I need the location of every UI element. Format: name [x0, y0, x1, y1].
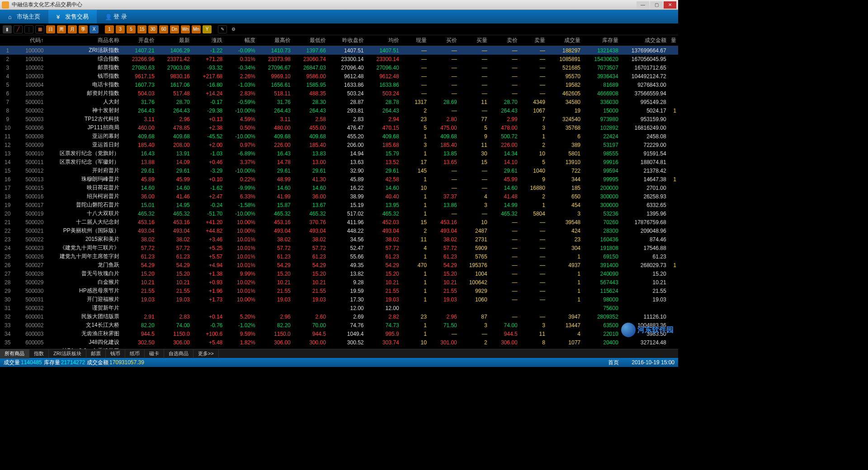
cell: 15.79 [366, 149, 401, 158]
edit-icon[interactable]: ✎ [218, 25, 227, 33]
bottom-tab-4[interactable]: 钱币 [106, 349, 125, 358]
bottom-tab-6[interactable]: 磁卡 [145, 349, 164, 358]
table-row[interactable]: 12500009亚运首日封185.40208.00+2.000.97%226.0… [0, 141, 678, 149]
bottom-tab-0[interactable]: 所有商品 [0, 349, 29, 358]
period-x-button[interactable]: X [90, 25, 99, 33]
bottom-tab-1[interactable]: 指数 [29, 349, 49, 358]
table-row[interactable]: 29500030HP感恩母亲节片21.5521.55+1.9610.01%21.… [0, 287, 678, 295]
period-dn-button[interactable]: Dn [170, 25, 179, 33]
bottom-tab-7[interactable]: 自选商品 [164, 349, 193, 358]
period-1-button[interactable]: 1 [105, 25, 114, 33]
bottom-tab-8[interactable]: 更多>> [193, 349, 219, 358]
table-row[interactable]: 2100001综合指数23266.9623371.42+71.280.31%23… [0, 55, 678, 63]
table-row[interactable]: 32600001民族大团结版票2.912.83+0.145.20%2.962.6… [0, 312, 678, 321]
table-row[interactable]: 26500027龙门鱼跃54.2954.29+4.9410.01%54.2954… [0, 261, 678, 269]
table-row[interactable]: 31500032谨贺新年片12.0012.0075600 [0, 304, 678, 312]
col-header-3[interactable]: 开盘价 [121, 35, 156, 46]
col-header-18[interactable]: 成交金额 [620, 35, 668, 46]
bottom-tab-3[interactable]: 邮票 [86, 349, 106, 358]
period-week-button[interactable]: 周 [57, 25, 66, 33]
col-header-0[interactable] [0, 35, 15, 46]
table-row[interactable]: 20500019十八大双联片465.32465.32-51.70-10.00%4… [0, 209, 678, 218]
cell: 邮票指数 [45, 63, 121, 72]
maximize-button[interactable]: ▢ [650, 1, 663, 9]
period-5-button[interactable]: 5 [127, 25, 136, 33]
table-row[interactable]: 21500020十二届人大纪念封453.16453.16+41.2010.00%… [0, 218, 678, 226]
table-row[interactable]: 27500028普无号玫瑰白片15.2015.20+1.389.99%15.20… [0, 269, 678, 278]
col-header-10[interactable]: 均价 [366, 35, 401, 46]
table-row[interactable]: 4100003钱币指数9617.159830.16+217.682.26%996… [0, 72, 678, 80]
col-header-17[interactable]: 库存量 [582, 35, 620, 46]
col-header-12[interactable]: 买价 [429, 35, 459, 46]
period-3-button[interactable]: 3 [116, 25, 125, 33]
col-header-16[interactable]: 成交量 [547, 35, 582, 46]
table-row[interactable]: 15500012开封府普片29.6129.61-3.29-10.00%29.61… [0, 166, 678, 175]
col-header-15[interactable]: 卖量 [519, 35, 547, 46]
table-row[interactable]: 30500031开门迎福猴片19.0319.03+1.7310.00%19.03… [0, 295, 678, 304]
chart-candle-icon[interactable]: ⋮ [24, 25, 33, 33]
chart-line-icon[interactable]: ╱ [14, 25, 23, 33]
cell: 15.19 [328, 201, 366, 209]
col-header-7[interactable]: 最高价 [257, 35, 292, 46]
cell: 建党九十周年主席签字封 [45, 252, 121, 261]
table-row[interactable]: 33600002文14长江大桥82.2074.00-0.76-1.02%82.2… [0, 321, 678, 329]
nav-item-2[interactable]: 👤登 录 [97, 10, 135, 24]
col-header-13[interactable]: 买量 [459, 35, 489, 46]
table-row[interactable]: 36600006特74（8-2）向雷锋学习154680.0154680.0+18… [0, 347, 678, 349]
period-60-button[interactable]: 60 [159, 25, 168, 33]
col-header-5[interactable]: 涨跌 [192, 35, 224, 46]
table-row[interactable]: 35600005J48四化建设302.50306.00+5.481.82%306… [0, 338, 678, 347]
cell: 45.99 [489, 175, 519, 183]
col-header-14[interactable]: 卖价 [489, 35, 519, 46]
table-row[interactable]: 5100004电话卡指数1607.731617.06-16.80-1.03%16… [0, 80, 678, 89]
table-row[interactable]: 24500023《建党九十周年三联片》57.7257.72+5.2510.01%… [0, 244, 678, 252]
col-header-8[interactable]: 最低价 [292, 35, 328, 46]
col-header-19[interactable]: 量 [668, 35, 678, 46]
period-mn-button[interactable]: Mn [192, 25, 201, 33]
period-season-button[interactable]: 季 [79, 25, 88, 33]
cell: — [429, 166, 459, 175]
col-header-1[interactable]: 代码↑ [15, 35, 45, 46]
table-row[interactable]: 25500026建党九十周年主席签字封61.2361.23+5.5710.01%… [0, 252, 678, 261]
nav-item-0[interactable]: ⌂市场主页 [0, 10, 48, 24]
table-row[interactable]: 16500013珠穆朗玛峰普片45.8945.99+0.100.22%48.99… [0, 175, 678, 183]
col-header-2[interactable]: 商品名称 [45, 35, 121, 46]
gear-icon[interactable]: ⚙ [229, 25, 238, 33]
table-row[interactable]: 10500006JP111招商局460.00478.85+2.380.50%48… [0, 123, 678, 132]
table-row[interactable]: 34600003无齿渔庄秋霁图944.51150.0+100.69.59%115… [0, 329, 678, 338]
col-header-9[interactable]: 昨收盘价 [328, 35, 366, 46]
table-row[interactable]: 7500001人大封31.7628.70-0.17-0.59%31.7628.3… [0, 98, 678, 106]
chart-grid-icon[interactable]: ▦ [35, 25, 44, 33]
table-row[interactable]: 14500011区票发行纪念（军徽封）13.8814.09+0.463.37%1… [0, 158, 678, 166]
col-header-6[interactable]: 幅度 [224, 35, 257, 46]
table-row[interactable]: 9500003TP12古代科技3.112.96+0.134.59%3.112.5… [0, 115, 678, 123]
period-15-button[interactable]: 15 [137, 25, 146, 33]
bottom-tab-2[interactable]: ZRI活跃板块 [49, 349, 86, 358]
table-row[interactable]: 28500029白金猴片10.2110.21+0.9310.02%10.2110… [0, 278, 678, 287]
period-30-button[interactable]: 30 [148, 25, 157, 33]
col-header-11[interactable]: 现量 [401, 35, 429, 46]
cell: — [489, 278, 519, 287]
table-row[interactable]: 17500015映日荷花普片14.6014.60-1.62-9.99%14.60… [0, 183, 678, 192]
status-extra[interactable]: 首页 [608, 359, 619, 367]
period-wn-button[interactable]: Wn [181, 25, 190, 33]
close-button[interactable]: ✕ [664, 1, 676, 9]
bottom-tab-5[interactable]: 纸币 [125, 349, 145, 358]
table-row[interactable]: 8500002神十发射封264.43264.43-29.38-10.00%264… [0, 106, 678, 115]
table-row[interactable]: 11500008亚运闭幕封409.68409.68-45.52-10.00%40… [0, 132, 678, 141]
col-header-4[interactable]: 最新 [156, 35, 192, 46]
period-month-button[interactable]: 月 [68, 25, 77, 33]
table-row[interactable]: 18500016绍兴柯岩普片36.0041.46+2.476.33%41.993… [0, 192, 678, 201]
chart-bar-icon[interactable]: ▮ [3, 25, 12, 33]
table-row[interactable]: 22500021PP美丽杭州（国际版）493.04493.04+44.8210.… [0, 226, 678, 235]
table-row[interactable]: 1100000ZRI活跃指数1407.211406.29-1.22-0.09%1… [0, 46, 678, 55]
period-y-button[interactable]: Y [203, 25, 212, 33]
table-row[interactable]: 3100002邮票指数27080.6327003.08-93.32-0.34%2… [0, 63, 678, 72]
nav-item-1[interactable]: ¥发售交易 [48, 10, 97, 24]
table-row[interactable]: 6100005邮资封片指数504.03517.48+14.242.83%518.… [0, 89, 678, 98]
period-day-button[interactable]: 日 [46, 25, 55, 33]
table-row[interactable]: 19500017普陀山磐陀石普片15.0114.95-0.24-1.58%15.… [0, 201, 678, 209]
minimize-button[interactable]: — [637, 1, 649, 9]
table-row[interactable]: 235000222015家和美片38.0238.02+3.4610.01%38.… [0, 235, 678, 244]
table-row[interactable]: 13500010区票发行纪念（党旗封）16.4313.91-1.03-6.89%… [0, 149, 678, 158]
